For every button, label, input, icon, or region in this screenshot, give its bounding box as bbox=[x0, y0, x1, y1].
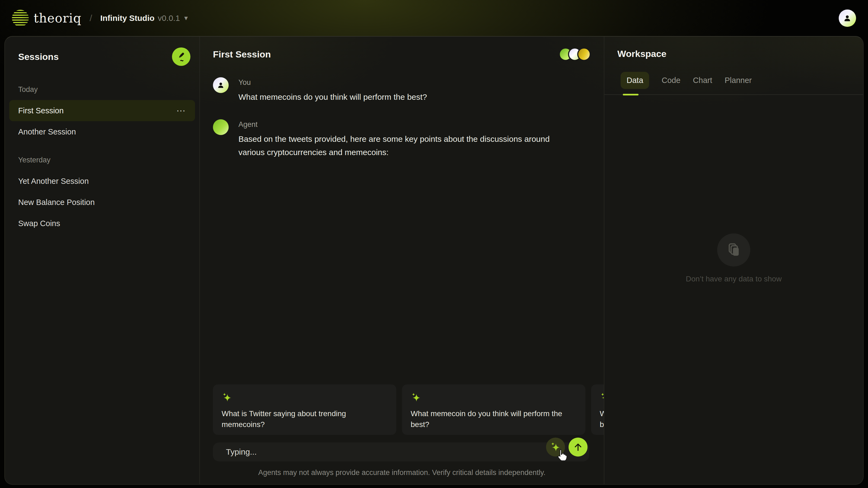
workspace-panel: Workspace Data Code Chart Planner Don’t … bbox=[604, 37, 863, 484]
breadcrumb-separator: / bbox=[90, 13, 92, 23]
active-tab-indicator bbox=[623, 94, 639, 95]
send-button[interactable] bbox=[568, 437, 588, 457]
message-author: You bbox=[239, 78, 427, 87]
more-options-icon[interactable]: ⋯ bbox=[176, 108, 186, 113]
person-icon bbox=[842, 13, 852, 23]
participants-avatar-stack[interactable] bbox=[559, 47, 591, 61]
app-switcher[interactable]: Infinity Studio v0.0.1 ▾ bbox=[100, 13, 188, 23]
new-session-button[interactable] bbox=[172, 47, 190, 66]
sessions-sidebar: Sessions Today First Session ⋯ Another S… bbox=[5, 37, 200, 484]
suggestion-card-1[interactable]: What is Twitter saying about trending me… bbox=[213, 384, 396, 435]
session-group-label-yesterday: Yesterday bbox=[18, 155, 186, 165]
session-label: Yet Another Session bbox=[18, 177, 89, 186]
chat-input-value: Typing... bbox=[226, 447, 257, 457]
main-panel: Sessions Today First Session ⋯ Another S… bbox=[4, 36, 864, 485]
tabs-divider bbox=[604, 94, 863, 95]
message-text: Based on the tweets provided, here are s… bbox=[239, 132, 578, 159]
arrow-up-icon bbox=[572, 441, 584, 453]
suggestion-text: What is Twitter saying about trending me… bbox=[222, 408, 388, 430]
app-version: v0.0.1 bbox=[158, 13, 180, 23]
person-icon bbox=[216, 80, 225, 90]
sparkle-icon bbox=[600, 392, 604, 403]
message-agent: Agent Based on the tweets provided, here… bbox=[213, 119, 591, 159]
session-label: New Balance Position bbox=[18, 198, 95, 207]
message-text: What memecoins do you think will perform… bbox=[239, 90, 427, 104]
sparkle-icon bbox=[222, 392, 232, 403]
sidebar-item-another-session[interactable]: Another Session bbox=[9, 121, 195, 142]
data-empty-state: Don’t have any data to show bbox=[604, 233, 863, 283]
workspace-title: Workspace bbox=[617, 47, 863, 60]
sparkle-icon bbox=[411, 392, 422, 403]
top-bar: theoriq / Infinity Studio v0.0.1 ▾ bbox=[0, 0, 868, 36]
sidebar-item-first-session[interactable]: First Session ⋯ bbox=[9, 100, 195, 121]
suggestion-card-2[interactable]: What memecoin do you think will perform … bbox=[402, 384, 585, 435]
suggestion-card-3[interactable]: What memecoin do you think will perform … bbox=[591, 384, 604, 435]
session-label: Another Session bbox=[18, 127, 76, 136]
sessions-title: Sessions bbox=[18, 51, 59, 63]
workspace-tabs: Data Code Chart Planner bbox=[621, 72, 863, 89]
user-avatar bbox=[213, 77, 229, 93]
session-group-label-today: Today bbox=[18, 85, 186, 94]
session-label: First Session bbox=[18, 106, 64, 115]
sparkle-icon bbox=[550, 442, 561, 453]
stacked-data-icon bbox=[725, 241, 742, 258]
agent-avatar bbox=[213, 119, 229, 135]
message-list: You What memecoins do you think will per… bbox=[213, 77, 591, 174]
brand-area: theoriq / Infinity Studio v0.0.1 ▾ bbox=[12, 10, 188, 27]
theoriq-logo-icon bbox=[12, 10, 29, 27]
suggestion-cards-row: What is Twitter saying about trending me… bbox=[200, 384, 604, 435]
enhance-prompt-button[interactable] bbox=[546, 437, 565, 457]
sidebar-item-yet-another-session[interactable]: Yet Another Session bbox=[9, 170, 195, 192]
suggestion-text: What memecoin do you think will perform … bbox=[600, 408, 604, 430]
sidebar-item-swap-coins[interactable]: Swap Coins bbox=[9, 213, 195, 234]
sidebar-item-new-balance-position[interactable]: New Balance Position bbox=[9, 192, 195, 213]
chat-panel: First Session You What memecoins do you … bbox=[200, 37, 604, 484]
chevron-down-icon: ▾ bbox=[184, 14, 188, 22]
suggestion-text: What memecoin do you think will perform … bbox=[411, 408, 577, 430]
tab-code[interactable]: Code bbox=[661, 72, 680, 89]
empty-state-text: Don’t have any data to show bbox=[686, 274, 781, 283]
brand-name: theoriq bbox=[34, 11, 82, 26]
pen-icon bbox=[175, 51, 187, 63]
tab-planner[interactable]: Planner bbox=[725, 72, 752, 89]
user-avatar-button[interactable] bbox=[839, 9, 856, 27]
chat-title: First Session bbox=[213, 48, 271, 61]
disclaimer-text: Agents may not always provide accurate i… bbox=[200, 468, 604, 477]
session-label: Swap Coins bbox=[18, 219, 60, 228]
tab-data[interactable]: Data bbox=[621, 72, 649, 89]
message-author: Agent bbox=[239, 120, 578, 129]
chat-input[interactable]: Typing... bbox=[213, 443, 589, 461]
agent-avatar-gold bbox=[577, 47, 591, 61]
message-user: You What memecoins do you think will per… bbox=[213, 77, 591, 104]
empty-state-circle bbox=[717, 233, 750, 266]
tab-chart[interactable]: Chart bbox=[693, 72, 712, 89]
app-name: Infinity Studio bbox=[100, 13, 155, 23]
